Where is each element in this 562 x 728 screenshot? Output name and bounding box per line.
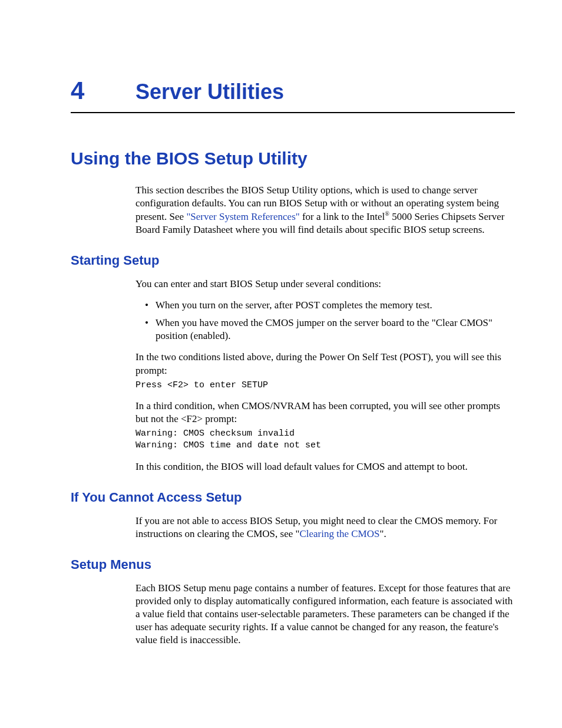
intro-text-mid: for a link to the Intel: [300, 211, 385, 222]
page: 4 Server Utilities Using the BIOS Setup …: [0, 0, 562, 690]
section-heading: Using the BIOS Setup Utility: [71, 149, 515, 169]
starting-setup-heading: Starting Setup: [71, 253, 515, 268]
setup-menus-heading: Setup Menus: [71, 557, 515, 572]
cannot-text-post: ".: [379, 528, 386, 539]
starting-p4: In this condition, the BIOS will load de…: [135, 460, 515, 473]
starting-p2: In the two conditions listed above, duri…: [135, 351, 515, 377]
chapter-heading-row: 4 Server Utilities: [71, 77, 515, 113]
menus-paragraph: Each BIOS Setup menu page contains a num…: [135, 582, 515, 647]
section-intro: This section describes the BIOS Setup Ut…: [135, 184, 515, 236]
intro-paragraph: This section describes the BIOS Setup Ut…: [135, 184, 515, 236]
cannot-access-heading: If You Cannot Access Setup: [71, 490, 515, 505]
cannot-paragraph: If you are not able to access BIOS Setup…: [135, 515, 515, 541]
starting-p1: You can enter and start BIOS Setup under…: [135, 278, 515, 291]
cannot-access-body: If you are not able to access BIOS Setup…: [135, 515, 515, 541]
clearing-cmos-link[interactable]: Clearing the CMOS: [299, 528, 379, 539]
registered-symbol: ®: [385, 210, 389, 217]
server-system-references-link[interactable]: "Server System References": [186, 211, 299, 222]
chapter-title: Server Utilities: [135, 80, 284, 104]
list-item: When you turn on the server, after POST …: [135, 299, 515, 312]
chapter-number: 4: [71, 77, 135, 105]
starting-bullet-list: When you turn on the server, after POST …: [135, 299, 515, 342]
starting-p3: In a third condition, when CMOS/NVRAM ha…: [135, 400, 515, 426]
list-item: When you have moved the CMOS jumper on t…: [135, 317, 515, 342]
code-block-cmos-warnings: Warning: CMOS checksum invalid Warning: …: [135, 428, 515, 452]
code-block-press-f2: Press <F2> to enter SETUP: [135, 380, 515, 391]
setup-menus-body: Each BIOS Setup menu page contains a num…: [135, 582, 515, 647]
starting-setup-body: You can enter and start BIOS Setup under…: [135, 278, 515, 473]
